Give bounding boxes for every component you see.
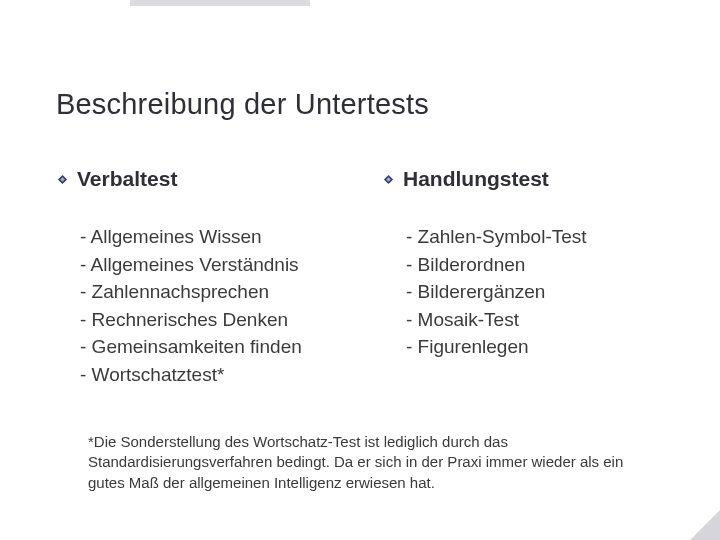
right-items: - Zahlen-Symbol-Test - Bilderordnen - Bi… xyxy=(382,223,664,361)
footnote-text: *Die Sonderstellung des Wortschatz-Test … xyxy=(88,432,650,493)
corner-fold-icon xyxy=(690,510,720,540)
list-item: - Gemeinsamkeiten finden xyxy=(80,333,338,361)
left-column: Verbaltest - Allgemeines Wissen - Allgem… xyxy=(56,167,338,388)
list-item: - Bilderordnen xyxy=(406,251,664,279)
list-item: - Figurenlegen xyxy=(406,333,664,361)
slide-content: Beschreibung der Untertests Verbaltest -… xyxy=(0,0,720,388)
top-accent-bar xyxy=(130,0,310,6)
list-item: - Zahlennachsprechen xyxy=(80,278,338,306)
left-items: - Allgemeines Wissen - Allgemeines Verst… xyxy=(56,223,338,388)
right-column: Handlungstest - Zahlen-Symbol-Test - Bil… xyxy=(382,167,664,388)
right-column-head: Handlungstest xyxy=(382,167,664,191)
list-item: - Allgemeines Verständnis xyxy=(80,251,338,279)
list-item: - Rechnerisches Denken xyxy=(80,306,338,334)
right-column-title: Handlungstest xyxy=(403,167,549,191)
slide-title: Beschreibung der Untertests xyxy=(56,88,664,121)
list-item: - Mosaik-Test xyxy=(406,306,664,334)
diamond-bullet-icon xyxy=(56,173,69,186)
diamond-bullet-icon xyxy=(382,173,395,186)
list-item: - Bilderergänzen xyxy=(406,278,664,306)
list-item: - Zahlen-Symbol-Test xyxy=(406,223,664,251)
columns: Verbaltest - Allgemeines Wissen - Allgem… xyxy=(56,167,664,388)
list-item: - Allgemeines Wissen xyxy=(80,223,338,251)
list-item: - Wortschatztest* xyxy=(80,361,338,389)
left-column-head: Verbaltest xyxy=(56,167,338,191)
left-column-title: Verbaltest xyxy=(77,167,177,191)
